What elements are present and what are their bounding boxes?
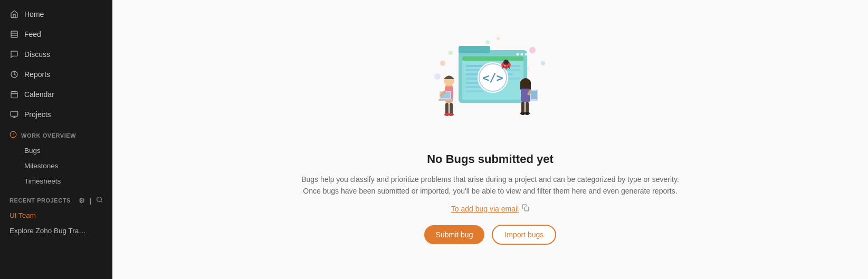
sidebar-item-home-label: Home	[24, 10, 44, 18]
svg-rect-70	[531, 91, 537, 99]
svg-point-23	[497, 37, 500, 40]
svg-point-22	[485, 40, 490, 44]
work-overview-header: WORK OVERVIEW	[0, 124, 112, 143]
svg-point-30	[525, 53, 528, 55]
recent-projects-label: RECENT PROJECTS	[9, 197, 71, 204]
sidebar-item-reports-label: Reports	[24, 70, 50, 79]
timesheets-label: Timesheets	[24, 177, 61, 185]
empty-illustration: </>	[430, 34, 551, 140]
svg-point-16	[529, 47, 536, 53]
svg-rect-8	[11, 111, 17, 116]
svg-rect-25	[459, 46, 490, 53]
svg-point-29	[521, 53, 523, 55]
projects-icon	[9, 110, 19, 119]
svg-rect-56	[450, 103, 453, 114]
svg-point-68	[524, 112, 530, 115]
sidebar-item-milestones[interactable]: Milestones	[0, 158, 112, 174]
sidebar-item-feed[interactable]: Feed	[0, 24, 112, 44]
svg-rect-27	[462, 56, 523, 61]
svg-point-20	[449, 51, 453, 55]
search-icon[interactable]	[96, 196, 103, 205]
buttons-row: Submit bug Import bugs	[424, 225, 557, 245]
discuss-icon	[9, 50, 19, 59]
empty-title: No Bugs submitted yet	[427, 152, 554, 166]
home-icon	[9, 9, 19, 19]
sidebar-item-discuss-label: Discuss	[24, 50, 50, 59]
email-link-row: To add bug via email	[451, 204, 529, 213]
reports-icon	[9, 70, 19, 79]
sidebar-item-timesheets[interactable]: Timesheets	[0, 174, 112, 189]
main-content: </>	[112, 0, 868, 279]
calendar-icon	[9, 90, 19, 99]
sidebar-item-calendar-label: Calendar	[24, 90, 54, 99]
empty-state: </>	[300, 34, 680, 245]
svg-line-15	[101, 201, 102, 202]
sidebar-item-discuss[interactable]: Discuss	[0, 44, 112, 64]
import-bugs-button[interactable]: Import bugs	[492, 225, 556, 245]
project-ui-team-label: UI Team	[9, 211, 36, 219]
sidebar-item-calendar[interactable]: Calendar	[0, 84, 112, 104]
svg-point-21	[434, 73, 441, 80]
submit-bug-button[interactable]: Submit bug	[424, 225, 485, 244]
svg-rect-0	[11, 31, 17, 37]
sidebar-project-ui-team[interactable]: UI Team	[0, 208, 112, 223]
work-overview-icon	[9, 131, 17, 140]
separator: |	[90, 197, 92, 205]
sidebar-item-feed-label: Feed	[24, 30, 41, 39]
feed-icon	[9, 30, 19, 39]
sidebar-item-projects[interactable]: Projects	[0, 104, 112, 124]
sidebar-item-reports[interactable]: Reports	[0, 64, 112, 84]
sidebar-item-projects-label: Projects	[24, 110, 51, 119]
filter-icon[interactable]: ⚙	[79, 197, 85, 205]
svg-point-28	[517, 53, 519, 55]
svg-point-14	[97, 197, 102, 202]
svg-rect-65	[521, 102, 524, 113]
empty-description: Bugs help you classify and prioritize pr…	[300, 174, 680, 197]
svg-rect-66	[526, 102, 529, 113]
work-overview-label: WORK OVERVIEW	[21, 132, 76, 139]
svg-text:</>: </>	[482, 71, 503, 84]
recent-projects-header: RECENT PROJECTS ⚙ |	[0, 189, 112, 208]
svg-rect-37	[465, 90, 484, 92]
svg-rect-55	[445, 103, 449, 114]
project-explore-zoho-label: Explore Zoho Bug Tra…	[9, 227, 86, 235]
svg-line-71	[529, 91, 530, 94]
svg-rect-61	[438, 99, 452, 101]
sidebar-project-explore-zoho[interactable]: Explore Zoho Bug Tra…	[0, 223, 112, 238]
svg-rect-72	[524, 207, 529, 211]
email-link[interactable]: To add bug via email	[451, 205, 519, 213]
recent-projects-actions: ⚙ |	[79, 196, 103, 205]
svg-rect-4	[11, 92, 17, 98]
svg-rect-64	[521, 89, 530, 102]
milestones-label: Milestones	[24, 162, 59, 170]
svg-point-51	[504, 64, 506, 66]
bugs-label: Bugs	[24, 147, 41, 155]
sidebar-item-bugs[interactable]: Bugs	[0, 143, 112, 158]
sidebar-item-home[interactable]: Home	[0, 4, 112, 24]
copy-icon[interactable]	[522, 204, 529, 213]
svg-point-58	[449, 113, 454, 116]
svg-point-17	[541, 61, 545, 65]
svg-point-19	[440, 61, 445, 66]
sidebar: Home Feed Discuss Reports Calendar	[0, 0, 112, 279]
